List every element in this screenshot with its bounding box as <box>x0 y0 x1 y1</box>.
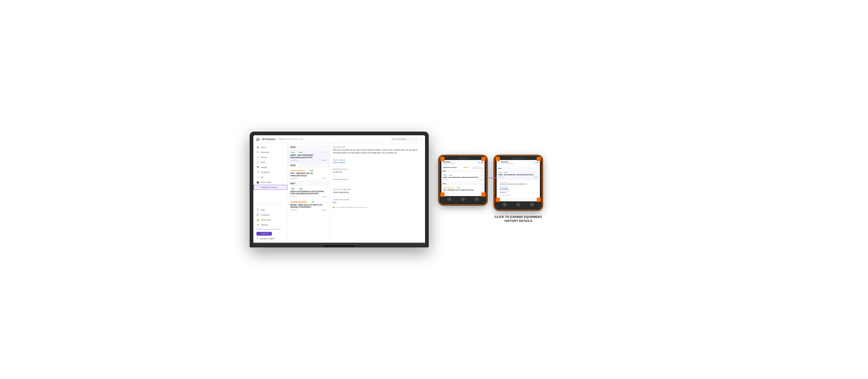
phone1-item-meta-2019: 01-SEP-19 ANNET <box>443 179 483 180</box>
arrow-head: ▶ <box>496 176 497 179</box>
phone1-year-2018: 2018 <box>441 182 485 185</box>
search-icon: 🔍 <box>392 138 395 140</box>
phone2-cr-value: - <box>500 196 537 198</box>
phone2-search-icon[interactable]: 🔍 <box>533 162 536 164</box>
divider-2 <box>333 166 422 166</box>
sidebar-item-help[interactable]: ❓ Help <box>253 208 287 212</box>
phone1-square-btn[interactable]: □ <box>474 197 479 201</box>
divider-3 <box>333 176 422 177</box>
phone1-workmate-text: Last WorkMate DataReceived 15 Hours Ago <box>472 166 483 169</box>
sidebar-item-properties[interactable]: ☰ Properties <box>253 170 287 175</box>
phone2-back-btn[interactable]: ◁ <box>502 202 507 207</box>
history-item-2019-1[interactable]: God → God ‹ ANNET - IKKE SPESIFISERT VED… <box>287 150 330 163</box>
work-order-label: WORK ORDER <box>333 159 422 161</box>
phone1-search-icon[interactable]: 🔍 <box>478 162 480 164</box>
phone2-corner-tr <box>537 157 541 161</box>
expand-arrow-2017: › <box>326 187 327 190</box>
phone2-menu-icon[interactable]: ☰ <box>498 162 500 163</box>
phone1-tag-to: God <box>449 174 453 176</box>
laptop-base <box>253 243 425 247</box>
phone1-tag-row-2019: God → God › <box>443 174 483 176</box>
condition-after-value: God <box>333 201 422 204</box>
phone2-bottom-bar: ◁ ○ □ <box>497 201 540 208</box>
history-item-2017-1[interactable]: God → God › SJEKK AV FEILÅRSAK ELLER TIL… <box>287 186 330 199</box>
logout-button[interactable]: ⤼ LOG OUT <box>256 232 272 235</box>
reported-date-value: 11-APR-18 <box>333 171 422 174</box>
search-bar[interactable]: 🔍 <box>391 137 418 141</box>
phone1-item-2018[interactable]: Mindre degradering → God › TEST - PERIOD… <box>443 186 483 194</box>
phone1-item-date-2019: 01-SEP-19 <box>443 179 448 180</box>
sidebar-label-3d: 3D <box>261 176 264 179</box>
phone1-expand-arrow-2018[interactable]: › <box>483 187 483 189</box>
phone2-square-btn[interactable]: □ <box>530 202 534 207</box>
sidebar-item-3d[interactable]: ⬡ 3D <box>253 175 287 180</box>
reported-date-section: REPORTED DATE 11-APR-18 <box>333 168 422 174</box>
divider-4 <box>333 186 422 187</box>
phone1: 56TE5000A COMBUSTION DRAIN (U... 🔍 ⊞ Equ… <box>439 156 487 204</box>
logout-label: LOG OUT <box>261 233 270 234</box>
detail-panel: DESCRIPTION Etter nok et sprukket rør de… <box>330 143 425 243</box>
work-order-link[interactable]: CWO-1006478 <box>333 162 345 163</box>
phone2-home-btn[interactable]: ○ <box>516 202 520 207</box>
reported-date-label: REPORTED DATE <box>333 168 422 170</box>
sidebar-item-equipment-history[interactable]: 🕐 Equipment history <box>253 185 287 190</box>
tag-row-2018: Mindre degradering → God › <box>290 169 327 171</box>
phone1-corner-tr <box>482 157 486 161</box>
item-title-2019-1: ANNET - IKKE SPESIFISERT VEDLIKEHOLDSAKT… <box>290 154 327 159</box>
phone2-speaker-grill <box>513 158 524 159</box>
phone1-home-btn[interactable]: ○ <box>461 197 465 201</box>
work-orders-icon: 💼 <box>256 181 259 184</box>
sidebar-item-whats-new[interactable]: 🔔 What's new <box>253 217 287 222</box>
sidebar-item-work-orders[interactable]: 💼 Work orders <box>253 180 287 185</box>
phone1-item-2019[interactable]: God → God › ANNET - IKKE SPESIFISERT VED… <box>443 173 483 182</box>
item-title-2017-2: REPAIR - BRING BACK AN ITEM TO ITS ORIGI… <box>290 204 327 209</box>
phone1-tag-from: God <box>443 174 447 176</box>
phone1-screen: 56TE5000A COMBUSTION DRAIN (U... 🔍 ⊞ Equ… <box>441 160 485 202</box>
phone1-progress-bar <box>463 167 468 168</box>
history-item-2018-1[interactable]: Mindre degradering → God › TEST - PERIOD… <box>287 168 330 181</box>
phone1-tag-row-2018: Mindre degradering → God › <box>443 187 483 189</box>
item-meta-2019-1: 01-SEP-19 ANNET <box>290 159 327 161</box>
operation-support[interactable]: ⁜ Operation Support <box>253 236 287 241</box>
expand-icon[interactable]: ⤢ <box>421 138 423 140</box>
phone2-item-meta: 01-SEP-19 ANNET <box>498 176 538 178</box>
arrow-connector: ▶ <box>488 178 497 178</box>
phone1-expand-arrow[interactable]: › <box>483 174 483 176</box>
search-input[interactable] <box>396 138 417 140</box>
item-date-2017-2: 03-MAR-17 <box>290 209 298 211</box>
sidebar-item-docs[interactable]: 📄 Docs <box>253 160 287 165</box>
phone1-tag-from-2018: Mindre degradering <box>443 187 454 189</box>
sidebar-label-images: Images <box>261 166 267 168</box>
phone2-wo-link[interactable]: CWO-1006478 <box>500 188 508 189</box>
sidebar-item-images[interactable]: 🖼 Images <box>253 165 287 170</box>
history-item-2017-2[interactable]: Betydelig degradering → Go › REPAIR - BR… <box>287 199 330 213</box>
cta-label: CLICK TO EXPAND EQUIPMENTHISTORY DETAILS <box>495 215 542 223</box>
phone1-speaker-grill <box>458 158 468 159</box>
phone2-item-2019[interactable]: God → God ANNET - IKKE SPESIFISERT VEDLI… <box>498 170 538 179</box>
sidebar-item-settings[interactable]: ⚙ Settings <box>253 222 287 227</box>
menu-icon[interactable] <box>256 138 260 140</box>
phone2-item-performer: ANNET <box>535 176 538 178</box>
tag-row-2017-1: God → God › <box>290 187 327 190</box>
phone1-scan-icon[interactable]: ⊞ <box>482 162 483 164</box>
phone2-wo-label: WORK ORDER <box>500 186 537 187</box>
sidebar-item-trends[interactable]: 📈 Trends <box>253 155 287 160</box>
phone1-back-btn[interactable]: ◁ <box>447 197 452 201</box>
tag-row-2017-2: Betydelig degradering → Go › <box>290 201 327 203</box>
phone2-year-2019: 2019 <box>497 167 540 170</box>
sidebar-item-overview[interactable]: 👁 Overview <box>253 150 287 155</box>
phone2-scan-icon[interactable]: ⊞ <box>537 162 538 164</box>
item-performer: ANNET <box>322 159 327 161</box>
tag-from-green: God <box>290 151 295 153</box>
sidebar-label-properties: Properties <box>261 171 270 173</box>
workmate-badge: Last WorkMate Data Received 15 Hours Ago <box>333 207 422 208</box>
phone1-wrap: 56TE5000A COMBUSTION DRAIN (U... 🔍 ⊞ Equ… <box>439 156 487 204</box>
phone2-topbar: ☰ 56TE5000A COMBUSTION DRAIN (U/3... 🔍 ⊞ <box>497 160 540 165</box>
laptop-screen: 56TE5000A COMBUSTION DRAIN (U30) 🔍 ⤢ <box>253 135 425 243</box>
sidebar-item-feedback[interactable]: 💬 Feedback <box>253 212 287 217</box>
history-list: 2019 God → God ‹ ANNET - IKKE SPESIFISER… <box>287 143 330 243</box>
phone1-subtitle: COMBUSTION DRAIN (U... <box>443 163 456 164</box>
phone2-item-date: 01-SEP-19 <box>498 176 503 178</box>
sidebar-item-home[interactable]: 🏠 Home <box>253 145 287 150</box>
phone1-tag-arrow: → <box>447 175 448 176</box>
